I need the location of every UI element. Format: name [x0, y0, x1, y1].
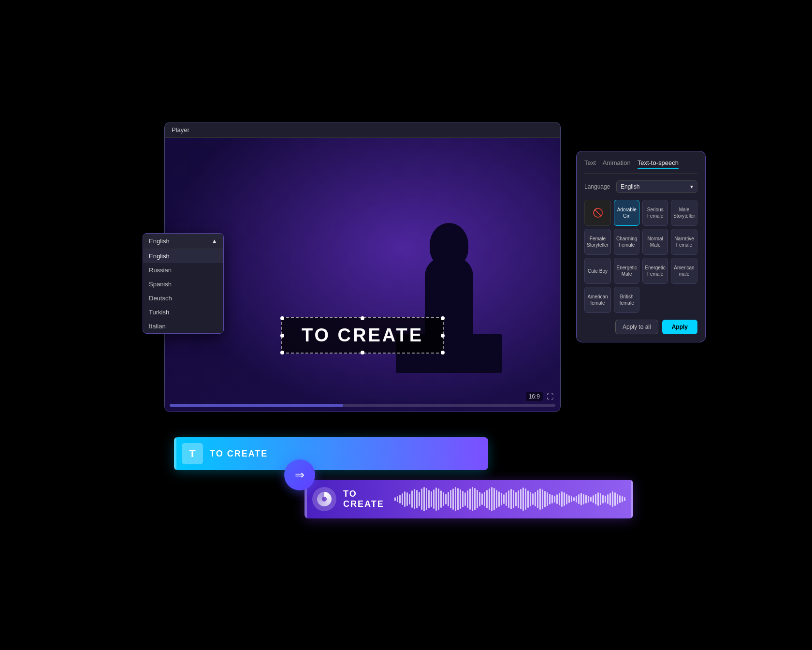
tts-buttons: Apply to all Apply — [584, 320, 697, 334]
handle-tl[interactable] — [280, 316, 284, 320]
waveform-bar — [556, 494, 558, 504]
voice-cell-serious-female[interactable]: Serious Female — [642, 200, 668, 226]
waveform-bar — [402, 493, 403, 505]
voice-cell-cute-boy[interactable]: Cute Boy — [584, 258, 611, 284]
voice-cell-american-male[interactable]: American male — [671, 258, 697, 284]
handle-tc[interactable] — [361, 316, 364, 320]
apply-button[interactable]: Apply — [662, 320, 697, 334]
audio-disc — [317, 492, 332, 506]
lang-item-spanish[interactable]: Spanish — [143, 277, 223, 291]
waveform-bar — [506, 492, 507, 506]
handle-ml[interactable] — [280, 334, 284, 338]
mute-icon: 🚫 — [593, 207, 603, 218]
tts-panel: Text Animation Text-to-speech Language E… — [576, 151, 706, 342]
handle-mr[interactable] — [441, 334, 445, 338]
waveform-bar — [547, 492, 548, 506]
waveform-bar — [549, 494, 551, 504]
video-text-overlay[interactable]: TO CREATE — [281, 317, 444, 354]
lang-item-italian[interactable]: Italian — [143, 319, 223, 333]
voice-cell-adorable-girl[interactable]: Adorable Girl — [614, 200, 639, 226]
language-dropdown-header[interactable]: English ▲ — [143, 234, 223, 249]
voice-cell-american-female[interactable]: American female — [584, 287, 611, 313]
voice-cell-narrative-female[interactable]: Narrative Female — [671, 229, 697, 255]
waveform-bar — [460, 489, 461, 509]
waveform-bar — [419, 492, 420, 506]
waveform-bar — [481, 493, 483, 505]
waveform-bar — [566, 494, 567, 504]
voice-cell-british-female[interactable]: British female — [614, 287, 639, 313]
waveform-bar — [518, 490, 519, 508]
tts-language-row: Language English ▾ — [584, 180, 697, 193]
handle-br[interactable] — [441, 351, 445, 355]
waveform-bar — [477, 490, 478, 508]
waveform-bar — [619, 495, 621, 503]
language-select[interactable]: English ▾ — [616, 180, 697, 193]
lang-item-turkish[interactable]: Turkish — [143, 305, 223, 319]
voice-cell-energetic-female[interactable]: Energetic Female — [642, 258, 668, 284]
waveform-bar — [445, 494, 447, 504]
waveform-bar — [607, 494, 609, 504]
apply-to-all-button[interactable]: Apply to all — [615, 320, 658, 334]
lang-item-english[interactable]: English — [143, 249, 223, 263]
aspect-ratio-badge[interactable]: 16:9 — [526, 392, 543, 401]
video-timeline[interactable] — [170, 404, 555, 407]
convert-button[interactable]: ⇒ — [284, 459, 315, 490]
waveform-bar — [452, 488, 454, 510]
lang-item-russian[interactable]: Russian — [143, 263, 223, 277]
language-dropdown[interactable]: English ▲ English Russian Spanish Deutsc… — [143, 233, 224, 334]
waveform-bar — [397, 496, 398, 502]
waveform-bar — [433, 489, 435, 509]
waveform-bar — [571, 496, 572, 502]
waveform-bar — [617, 494, 618, 504]
voice-label-british-female: British female — [616, 294, 637, 306]
voice-cell-charming-female[interactable]: Charming Female — [614, 229, 639, 255]
voice-cell-energetic-male[interactable]: Energetic Male — [614, 258, 639, 284]
waveform-bar — [590, 497, 592, 502]
waveform-bar — [431, 491, 432, 507]
voice-grid: 🚫 Adorable Girl Serious Female Male Stor… — [584, 200, 697, 313]
language-label: Language — [584, 183, 612, 190]
voice-cell-mute[interactable]: 🚫 — [584, 200, 611, 226]
voice-label-adorable-girl: Adorable Girl — [616, 207, 637, 219]
handle-tr[interactable] — [441, 316, 445, 320]
tab-animation[interactable]: Animation — [603, 159, 631, 169]
waveform-bar — [513, 490, 514, 508]
waveform-bar — [561, 491, 563, 507]
tts-tabs: Text Animation Text-to-speech — [584, 159, 697, 174]
lang-item-deutsch[interactable]: Deutsch — [143, 291, 223, 305]
waveform-bar — [527, 490, 529, 508]
waveform-bar — [609, 493, 611, 505]
voice-label-normal-male: Normal Male — [645, 236, 666, 248]
waveform-bar — [448, 492, 449, 506]
waveform-bar — [525, 488, 526, 510]
waveform-bar — [443, 492, 444, 506]
handle-bc[interactable] — [361, 351, 364, 355]
waveform-bar — [583, 494, 584, 504]
audio-track-label: TO CREATE — [343, 489, 388, 509]
fullscreen-button[interactable]: ⛶ — [547, 393, 553, 400]
waveform-bar — [544, 491, 546, 507]
waveform-bar — [406, 492, 408, 506]
voice-label-american-female: American female — [587, 294, 609, 306]
handle-bl[interactable] — [280, 351, 284, 355]
waveform-bar — [411, 490, 413, 508]
tab-text[interactable]: Text — [584, 159, 596, 169]
waveform-bar — [467, 490, 468, 508]
voice-cell-male-storyteller[interactable]: Male Storyteller — [671, 200, 697, 226]
waveform-bar — [421, 488, 422, 510]
text-track: T TO CREATE — [174, 437, 488, 470]
language-selected-value: English — [149, 237, 170, 245]
track-left-accent — [174, 437, 176, 470]
voice-cell-female-storyteller[interactable]: Female Storyteller — [584, 229, 611, 255]
waveform-bar — [414, 489, 415, 509]
main-scene: Player TO CREATE — [116, 83, 696, 567]
waveform-bar — [501, 493, 502, 505]
video-main-text: TO CREATE — [302, 325, 423, 346]
waveform-bar — [597, 492, 599, 506]
tab-text-to-speech[interactable]: Text-to-speech — [638, 159, 679, 169]
waveform-bar — [472, 487, 473, 511]
player-title: Player — [172, 126, 189, 133]
waveform-bar — [515, 492, 517, 506]
waveform-bar — [539, 488, 541, 510]
voice-cell-normal-male[interactable]: Normal Male — [642, 229, 668, 255]
